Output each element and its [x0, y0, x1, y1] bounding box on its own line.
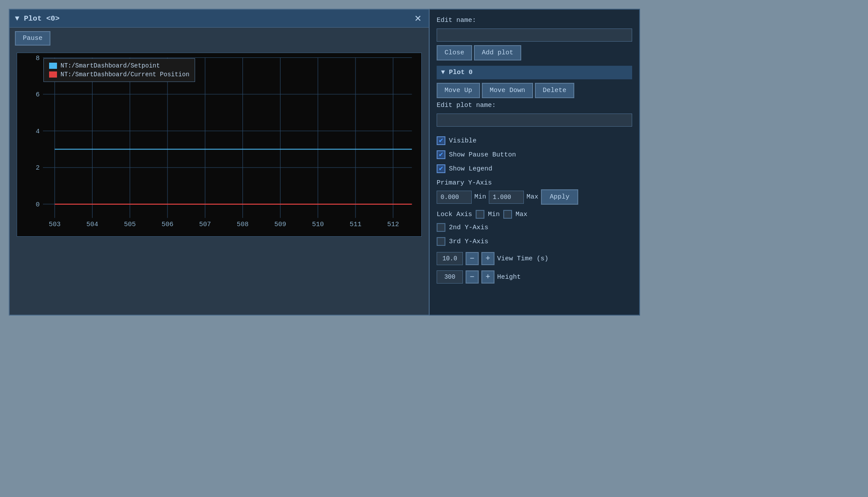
view-time-label: View Time (s) [497, 255, 548, 263]
visible-label: Visible [449, 137, 477, 145]
legend-color-setpoint [49, 63, 57, 69]
lock-min-checkbox[interactable] [476, 210, 484, 219]
lock-axis-row: Lock Axis Min Max [437, 210, 632, 219]
y-min-label: Min [474, 193, 486, 201]
apply-button[interactable]: Apply [541, 189, 578, 205]
svg-text:507: 507 [199, 221, 211, 228]
height-plus-button[interactable]: + [481, 270, 494, 284]
svg-text:512: 512 [387, 221, 399, 228]
plot-titlebar: ▼ Plot <0> ✕ [10, 10, 429, 28]
third-y-axis-checkbox[interactable] [437, 237, 445, 246]
visible-checkbox[interactable]: ✔ [437, 136, 445, 145]
svg-text:506: 506 [162, 221, 174, 228]
svg-text:0: 0 [36, 201, 39, 208]
edit-name-label: Edit name: [437, 17, 632, 24]
edit-panel-top-buttons: Close Add plot [437, 45, 632, 60]
svg-text:511: 511 [349, 221, 361, 228]
move-up-button[interactable]: Move Up [437, 83, 480, 98]
lock-max-checkbox[interactable] [503, 210, 512, 219]
height-value: 300 [437, 270, 463, 284]
svg-text:505: 505 [124, 221, 136, 228]
show-pause-checkbox[interactable]: ✔ [437, 150, 445, 159]
edit-plot-name-label: Edit plot name: [437, 102, 632, 109]
svg-text:2: 2 [36, 165, 39, 172]
svg-text:510: 510 [312, 221, 324, 228]
y-max-input[interactable] [489, 191, 524, 204]
svg-text:8: 8 [36, 55, 39, 62]
svg-text:4: 4 [36, 128, 39, 135]
chart-legend: NT:/SmartDashboard/Setpoint NT:/SmartDas… [43, 58, 195, 82]
legend-label-current: NT:/SmartDashboard/Current Position [60, 71, 189, 78]
third-y-axis-label: 3rd Y-Axis [449, 238, 488, 245]
y-max-label: Max [526, 193, 538, 201]
plot-window: ▼ Plot <0> ✕ Pause NT:/SmartDashboard/Se… [9, 9, 430, 316]
height-row: 300 − + Height [437, 270, 632, 284]
add-plot-button[interactable]: Add plot [474, 45, 521, 60]
svg-text:509: 509 [274, 221, 286, 228]
height-minus-button[interactable]: − [466, 270, 479, 284]
show-pause-label: Show Pause Button [449, 151, 516, 159]
show-legend-checkmark: ✔ [439, 165, 443, 172]
move-down-button[interactable]: Move Down [482, 83, 533, 98]
svg-text:504: 504 [86, 221, 98, 228]
show-pause-checkmark: ✔ [439, 151, 443, 158]
show-legend-row: ✔ Show Legend [437, 163, 632, 174]
y-min-input[interactable] [437, 191, 472, 204]
legend-item-current: NT:/SmartDashboard/Current Position [49, 71, 189, 78]
show-pause-row: ✔ Show Pause Button [437, 149, 632, 160]
legend-item-setpoint: NT:/SmartDashboard/Setpoint [49, 62, 189, 69]
plot-title: ▼ Plot <0> [15, 14, 60, 23]
edit-panel: Edit name: Close Add plot ▼ Plot 0 Move … [430, 9, 640, 316]
legend-label-setpoint: NT:/SmartDashboard/Setpoint [60, 62, 160, 69]
close-x-button[interactable]: ✕ [413, 13, 423, 24]
main-container: ▼ Plot <0> ✕ Pause NT:/SmartDashboard/Se… [9, 9, 859, 316]
plot-section-header: ▼ Plot 0 [437, 66, 632, 79]
svg-text:6: 6 [36, 91, 39, 98]
view-time-minus-button[interactable]: − [466, 252, 479, 265]
plot-toolbar: Pause [10, 28, 429, 49]
second-y-axis-row: 2nd Y-Axis [437, 222, 632, 233]
primary-y-axis-section: Primary Y-Axis Min Max Apply [437, 179, 632, 205]
plot-action-buttons: Move Up Move Down Delete [437, 83, 632, 98]
visible-row: ✔ Visible [437, 135, 632, 146]
lock-max-label: Max [516, 211, 527, 218]
close-button[interactable]: Close [437, 45, 472, 60]
lock-min-label: Min [488, 211, 500, 218]
plot-section-title: ▼ Plot 0 [441, 69, 473, 76]
primary-y-axis-label: Primary Y-Axis [437, 179, 632, 187]
edit-plot-name-input[interactable] [437, 114, 632, 127]
chart-area: NT:/SmartDashboard/Setpoint NT:/SmartDas… [17, 53, 422, 237]
second-y-axis-checkbox[interactable] [437, 223, 445, 232]
legend-color-current [49, 71, 57, 78]
show-legend-checkbox[interactable]: ✔ [437, 164, 445, 173]
view-time-plus-button[interactable]: + [481, 252, 494, 265]
edit-name-input[interactable] [437, 28, 632, 42]
lock-axis-label: Lock Axis [437, 211, 472, 218]
svg-text:503: 503 [49, 221, 60, 228]
visible-checkmark: ✔ [439, 137, 443, 144]
show-legend-label: Show Legend [449, 165, 492, 173]
pause-button[interactable]: Pause [15, 31, 50, 46]
third-y-axis-row: 3rd Y-Axis [437, 236, 632, 247]
svg-text:508: 508 [237, 221, 249, 228]
delete-button[interactable]: Delete [535, 83, 574, 98]
view-time-row: 10.0 − + View Time (s) [437, 252, 632, 265]
height-label: Height [497, 273, 521, 281]
view-time-value: 10.0 [437, 252, 463, 265]
second-y-axis-label: 2nd Y-Axis [449, 224, 488, 231]
y-axis-inputs: Min Max Apply [437, 189, 632, 205]
